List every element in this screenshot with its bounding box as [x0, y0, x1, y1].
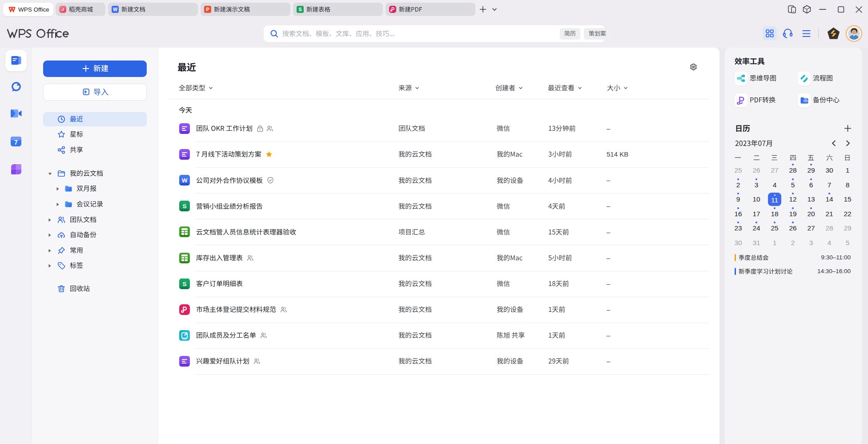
svg-text:W: W: [182, 177, 188, 184]
svg-text:7: 7: [14, 139, 18, 146]
svg-text:S: S: [182, 281, 186, 287]
svg-text:S: S: [298, 7, 301, 12]
svg-text:S: S: [182, 203, 186, 210]
svg-text:P: P: [206, 7, 209, 12]
svg-text:W: W: [113, 7, 117, 12]
